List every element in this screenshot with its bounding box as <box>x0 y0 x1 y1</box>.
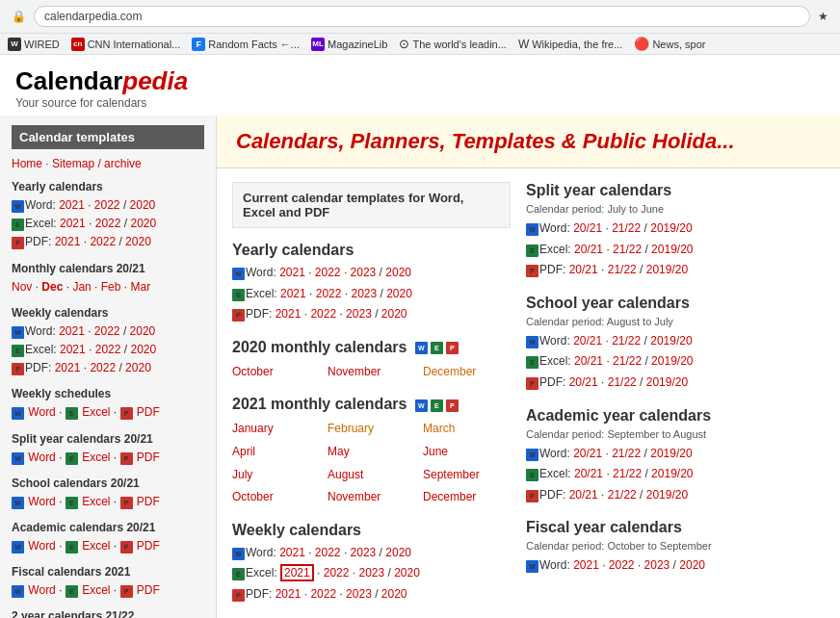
sidebar-home-link[interactable]: Home <box>12 157 42 170</box>
sidebar-wc-word-2021[interactable]: 2021 <box>59 324 85 338</box>
academic-word-2122[interactable]: 21/22 <box>612 447 641 460</box>
academic-pdf-2021[interactable]: 20/21 <box>569 488 598 502</box>
sidebar-sc-word[interactable]: Word <box>28 495 55 508</box>
sidebar-sy-pdf[interactable]: PDF <box>137 451 160 464</box>
bookmark-wired[interactable]: W WIRED <box>8 38 60 51</box>
sidebar-sc-pdf[interactable]: PDF <box>137 495 160 508</box>
fiscal-word-2020[interactable]: 2020 <box>679 558 705 572</box>
weekly-word-2021[interactable]: 2021 <box>279 546 305 559</box>
fiscal-word-2022[interactable]: 2022 <box>609 558 635 572</box>
school-pdf-201920[interactable]: 2019/20 <box>646 375 688 389</box>
month-2021-october[interactable]: October <box>232 487 320 508</box>
yearly-word-2022[interactable]: 2022 <box>315 266 341 279</box>
sidebar-fc-excel[interactable]: Excel <box>82 583 110 597</box>
sidebar-sy-word[interactable]: Word <box>28 451 55 464</box>
academic-excel-2122[interactable]: 21/22 <box>613 467 642 480</box>
yearly-excel-2021[interactable]: 2021 <box>280 287 306 300</box>
split-excel-201920[interactable]: 2019/20 <box>651 243 693 256</box>
yearly-excel-2020[interactable]: 2020 <box>386 287 412 300</box>
weekly-pdf-2020[interactable]: 2020 <box>381 587 407 601</box>
academic-excel-201920[interactable]: 2019/20 <box>651 467 693 480</box>
split-excel-2122[interactable]: 21/22 <box>613 243 642 256</box>
sidebar-pdf-2022[interactable]: 2022 <box>90 235 116 248</box>
sidebar-wc-excel-2022[interactable]: 2022 <box>95 343 121 356</box>
month-2021-february[interactable]: February <box>328 419 415 440</box>
sidebar-wc-excel-2020[interactable]: 2020 <box>130 343 156 356</box>
sidebar-wc-excel-2021[interactable]: 2021 <box>60 343 86 356</box>
sidebar-wc-word-2022[interactable]: 2022 <box>94 324 120 338</box>
month-2021-november[interactable]: November <box>328 487 415 508</box>
month-2021-september[interactable]: September <box>423 465 511 486</box>
weekly-pdf-2023[interactable]: 2023 <box>346 587 372 601</box>
weekly-excel-2021[interactable]: 2021 <box>280 564 314 581</box>
sidebar-ws-pdf[interactable]: PDF <box>137 405 160 419</box>
month-2020-december[interactable]: December <box>423 362 511 383</box>
sidebar-month-jan[interactable]: Jan <box>72 280 91 294</box>
school-excel-201920[interactable]: 2019/20 <box>651 354 693 368</box>
sidebar-wc-pdf-2021[interactable]: 2021 <box>55 361 81 374</box>
school-word-2122[interactable]: 21/22 <box>612 334 641 348</box>
split-excel-2021[interactable]: 20/21 <box>574 243 603 256</box>
fiscal-word-2023[interactable]: 2023 <box>644 558 670 572</box>
month-2021-may[interactable]: May <box>328 442 415 463</box>
month-2021-july[interactable]: July <box>232 465 320 486</box>
academic-word-201920[interactable]: 2019/20 <box>650 447 692 460</box>
star-icon[interactable]: ★ <box>818 10 828 23</box>
sidebar-ac-word[interactable]: Word <box>28 539 55 553</box>
sidebar-month-feb[interactable]: Feb <box>101 280 121 294</box>
weekly-excel-2022[interactable]: 2022 <box>324 566 350 579</box>
weekly-word-2020[interactable]: 2020 <box>385 546 411 559</box>
sidebar-word-2022[interactable]: 2022 <box>94 198 120 212</box>
academic-word-2021[interactable]: 20/21 <box>573 447 602 460</box>
split-pdf-201920[interactable]: 2019/20 <box>646 263 688 276</box>
sidebar-sc-excel[interactable]: Excel <box>82 495 110 508</box>
fiscal-word-2021[interactable]: 2021 <box>573 558 599 572</box>
bookmark-magazinelib[interactable]: ML MagazineLib <box>311 38 387 51</box>
weekly-excel-2020[interactable]: 2020 <box>394 566 420 579</box>
bookmark-github[interactable]: ⊙ The world's leadin... <box>399 37 506 51</box>
weekly-pdf-2022[interactable]: 2022 <box>310 587 336 601</box>
yearly-word-2023[interactable]: 2023 <box>351 266 377 279</box>
month-2020-october[interactable]: October <box>232 362 320 383</box>
month-2021-march[interactable]: March <box>423 419 511 440</box>
yearly-pdf-2022[interactable]: 2022 <box>310 307 336 321</box>
sidebar-sy-excel[interactable]: Excel <box>82 451 110 464</box>
sidebar-word-2021[interactable]: 2021 <box>59 198 85 212</box>
school-excel-2122[interactable]: 21/22 <box>613 354 642 368</box>
weekly-pdf-2021[interactable]: 2021 <box>276 587 302 601</box>
sidebar-fc-word[interactable]: Word <box>28 583 55 597</box>
sidebar-wc-word-2020[interactable]: 2020 <box>130 324 156 338</box>
school-word-2021[interactable]: 20/21 <box>573 334 602 348</box>
sidebar-month-mar[interactable]: Mar <box>130 280 150 294</box>
academic-excel-2021[interactable]: 20/21 <box>574 467 603 480</box>
bookmark-wikipedia[interactable]: W Wikipedia, the fre... <box>518 38 622 51</box>
yearly-pdf-2020[interactable]: 2020 <box>381 307 407 321</box>
bookmark-random-facts[interactable]: F Random Facts ←... <box>192 38 300 51</box>
url-bar[interactable]: calendarpedia.com <box>34 6 810 27</box>
month-2020-november[interactable]: November <box>328 362 415 383</box>
sidebar-word-2020[interactable]: 2020 <box>130 198 156 212</box>
sidebar-wc-pdf-2020[interactable]: 2020 <box>125 361 151 374</box>
sidebar-excel-2021[interactable]: 2021 <box>60 217 86 230</box>
sidebar-month-nov[interactable]: Nov <box>12 280 32 294</box>
sidebar-ac-pdf[interactable]: PDF <box>137 539 160 553</box>
month-2021-june[interactable]: June <box>423 442 511 463</box>
school-pdf-2021[interactable]: 20/21 <box>569 375 598 389</box>
month-2021-december[interactable]: December <box>423 487 511 508</box>
split-pdf-2021[interactable]: 20/21 <box>569 263 598 276</box>
month-2021-august[interactable]: August <box>328 465 415 486</box>
yearly-excel-2022[interactable]: 2022 <box>316 287 342 300</box>
yearly-word-2020[interactable]: 2020 <box>385 266 411 279</box>
sidebar-excel-2020[interactable]: 2020 <box>130 217 156 230</box>
yearly-pdf-2023[interactable]: 2023 <box>346 307 372 321</box>
sidebar-month-dec[interactable]: Dec <box>41 280 63 294</box>
academic-pdf-201920[interactable]: 2019/20 <box>646 488 688 502</box>
sidebar-wc-pdf-2022[interactable]: 2022 <box>90 361 116 374</box>
month-2021-january[interactable]: January <box>232 419 320 440</box>
sidebar-ws-word[interactable]: Word <box>28 405 55 419</box>
school-pdf-2122[interactable]: 21/22 <box>608 375 637 389</box>
sidebar-sitemap-link[interactable]: Sitemap / archive <box>52 157 142 170</box>
month-2021-april[interactable]: April <box>232 442 320 463</box>
yearly-pdf-2021[interactable]: 2021 <box>276 307 302 321</box>
sidebar-pdf-2020[interactable]: 2020 <box>125 235 151 248</box>
